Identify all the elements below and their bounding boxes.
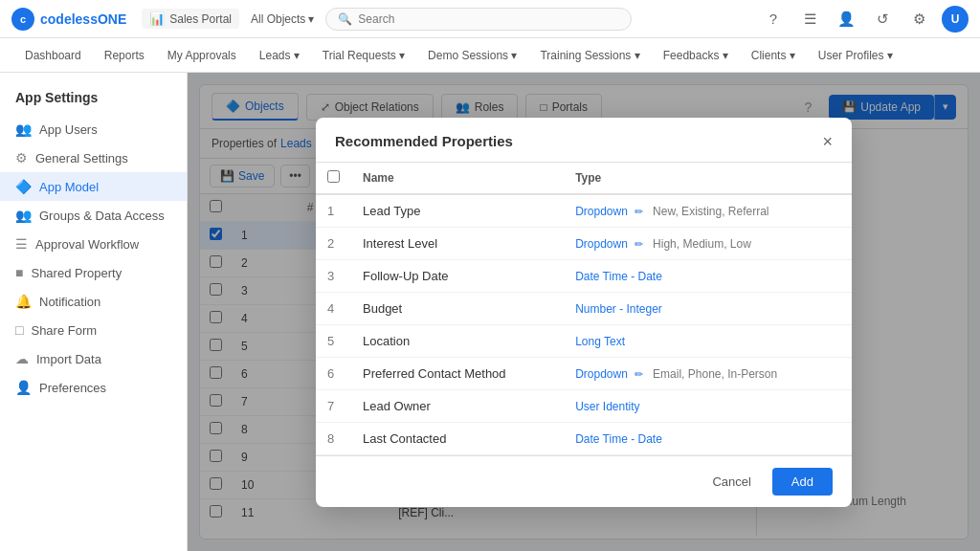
modal-table-row[interactable]: 5 Location Long Text (316, 324, 852, 357)
nav-dashboard[interactable]: Dashboard (15, 43, 91, 68)
logo[interactable]: c codelessONE (11, 8, 126, 31)
type-link[interactable]: Dropdown (575, 237, 628, 251)
nav-clients[interactable]: Clients ▾ (742, 43, 805, 68)
modal-table-row[interactable]: 8 Last Contacted Date Time - Date (316, 422, 852, 454)
sidebar-item-notification[interactable]: 🔔 Notification (0, 287, 187, 316)
nav-icons-group: ? ☰ 👤 ↺ ⚙ U (760, 6, 969, 33)
sidebar-label-approval: Approval Workflow (35, 237, 139, 252)
search-icon: 🔍 (338, 12, 352, 26)
nav-user-profiles[interactable]: User Profiles ▾ (809, 43, 902, 68)
sidebar-item-general-settings[interactable]: ⚙ General Settings (0, 143, 187, 172)
modal-body: Name Type 1 Lead Type Dropdown ✏ (316, 163, 852, 455)
nav-my-approvals[interactable]: My Approvals (158, 43, 246, 68)
prop-name: Last Contacted (351, 422, 564, 454)
modal-table-row[interactable]: 7 Lead Owner User Identity (316, 389, 852, 422)
notification-icon: 🔔 (15, 294, 32, 309)
edit-icon[interactable]: ✏ (635, 368, 643, 380)
sidebar-heading: App Settings (0, 84, 187, 115)
edit-icon[interactable]: ✏ (635, 238, 643, 250)
share-form-icon: □ (15, 322, 23, 338)
add-button[interactable]: Add (772, 468, 833, 496)
sidebar-label-groups: Groups & Data Access (39, 209, 165, 223)
nav-trial-requests[interactable]: Trial Requests ▾ (313, 43, 414, 68)
nav-feedbacks[interactable]: Feedbacks ▾ (654, 43, 738, 68)
nav-leads[interactable]: Leads ▾ (250, 43, 309, 68)
modal-overlay: Recommended Properties × Name Type (188, 73, 980, 551)
modal-title: Recommended Properties (335, 133, 513, 149)
sidebar-label-share-form: Share Form (31, 323, 97, 338)
search-input[interactable] (358, 12, 619, 26)
app-model-icon: 🔷 (15, 179, 32, 194)
prop-name: Lead Type (351, 194, 564, 228)
sidebar-label-general-settings: General Settings (35, 151, 128, 165)
history-icon[interactable]: ↺ (869, 6, 896, 33)
modal-table: Name Type 1 Lead Type Dropdown ✏ (316, 163, 852, 455)
main-layout: App Settings 👥 App Users ⚙ General Setti… (0, 73, 980, 551)
prop-name: Budget (351, 292, 564, 324)
type-link[interactable]: Date Time - Date (575, 432, 662, 446)
sidebar-label-notification: Notification (39, 295, 100, 309)
app-users-icon: 👥 (15, 121, 32, 137)
sidebar-item-preferences[interactable]: 👤 Preferences (0, 373, 187, 402)
type-link[interactable]: Dropdown (575, 367, 628, 381)
sidebar-item-groups-data-access[interactable]: 👥 Groups & Data Access (0, 201, 187, 230)
sidebar-item-share-form[interactable]: □ Share Form (0, 316, 187, 344)
modal-table-row[interactable]: 4 Budget Number - Integer (316, 292, 852, 324)
nav-reports[interactable]: Reports (95, 43, 154, 68)
type-link[interactable]: Long Text (575, 335, 625, 348)
nav-training-sessions[interactable]: Training Sessions ▾ (530, 43, 649, 68)
col-type-header: Type (564, 163, 852, 194)
modal-table-row[interactable]: 1 Lead Type Dropdown ✏ New, Existing, Re… (316, 194, 852, 228)
all-objects-dropdown[interactable]: All Objects ▾ (251, 12, 314, 26)
sidebar-label-import-data: Import Data (36, 352, 101, 366)
recommended-properties-modal: Recommended Properties × Name Type (316, 118, 852, 507)
general-settings-icon: ⚙ (15, 150, 28, 165)
shared-property-icon: ■ (15, 265, 23, 280)
import-icon: ☁ (15, 351, 29, 366)
prop-name: Preferred Contact Method (351, 357, 564, 389)
prop-name: Lead Owner (351, 389, 564, 422)
menu-icon[interactable]: ☰ (796, 6, 823, 33)
nav-demo-sessions[interactable]: Demo Sessions ▾ (418, 43, 526, 68)
help-icon[interactable]: ? (760, 6, 787, 33)
modal-table-header-row: Name Type (316, 163, 852, 194)
modal-close-button[interactable]: × (822, 133, 833, 150)
prop-values: Email, Phone, In-Person (653, 367, 777, 381)
col-name-header: Name (351, 163, 564, 194)
sidebar-item-app-users[interactable]: 👥 App Users (0, 115, 187, 143)
chevron-down-icon: ▾ (308, 12, 314, 26)
logo-icon: c (11, 8, 34, 31)
modal-header: Recommended Properties × (316, 118, 852, 163)
users-icon[interactable]: 👤 (833, 6, 859, 33)
content-area: 🔷 Objects ⤢ Object Relations 👥 Roles □ P… (188, 73, 980, 551)
type-link[interactable]: Date Time - Date (575, 270, 662, 283)
prop-name: Follow-Up Date (351, 259, 564, 292)
modal-table-row[interactable]: 6 Preferred Contact Method Dropdown ✏ Em… (316, 357, 852, 389)
cancel-button[interactable]: Cancel (699, 469, 764, 495)
sidebar-label-preferences: Preferences (39, 381, 106, 395)
sidebar-label-app-model: App Model (39, 180, 99, 194)
preferences-icon: 👤 (15, 380, 32, 395)
sidebar-item-approval-workflow[interactable]: ☰ Approval Workflow (0, 230, 187, 258)
modal-table-row[interactable]: 2 Interest Level Dropdown ✏ High, Medium… (316, 227, 852, 259)
sidebar-item-import-data[interactable]: ☁ Import Data (0, 344, 187, 373)
app-name: Sales Portal (169, 12, 232, 26)
sidebar-item-app-model[interactable]: 🔷 App Model (0, 172, 187, 201)
type-link[interactable]: Number - Integer (575, 302, 662, 316)
sidebar-item-shared-property[interactable]: ■ Shared Property (0, 258, 187, 287)
type-link[interactable]: Dropdown (575, 205, 628, 218)
top-nav: c codelessONE 📊 Sales Portal All Objects… (0, 0, 980, 38)
app-badge: 📊 Sales Portal (142, 9, 239, 29)
type-link[interactable]: User Identity (575, 400, 639, 413)
settings-icon[interactable]: ⚙ (905, 6, 932, 33)
prop-values: High, Medium, Low (653, 237, 751, 251)
modal-select-all-checkbox[interactable] (327, 170, 340, 183)
sidebar: App Settings 👥 App Users ⚙ General Setti… (0, 73, 188, 551)
app-badge-icon: 📊 (149, 11, 165, 26)
avatar[interactable]: U (942, 6, 969, 33)
modal-footer: Cancel Add (316, 455, 852, 507)
sidebar-label-app-users: App Users (39, 122, 98, 137)
edit-icon[interactable]: ✏ (635, 206, 643, 217)
modal-table-row[interactable]: 3 Follow-Up Date Date Time - Date (316, 259, 852, 292)
prop-name: Interest Level (351, 227, 564, 259)
